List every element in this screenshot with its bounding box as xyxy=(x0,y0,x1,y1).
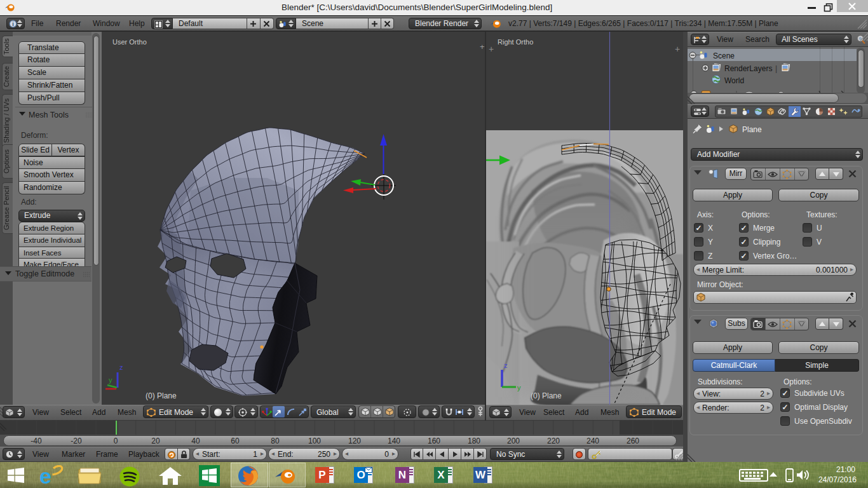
svg-text:+: + xyxy=(480,42,485,51)
svg-text:+: + xyxy=(489,44,494,54)
svg-text:y: y xyxy=(109,376,112,384)
svg-text:e: e xyxy=(39,465,51,486)
svg-text:+: + xyxy=(675,44,680,54)
svg-text:z: z xyxy=(504,362,508,369)
svg-text:z: z xyxy=(119,363,123,371)
svg-text:i: i xyxy=(12,21,14,27)
svg-text:y: y xyxy=(517,384,521,391)
